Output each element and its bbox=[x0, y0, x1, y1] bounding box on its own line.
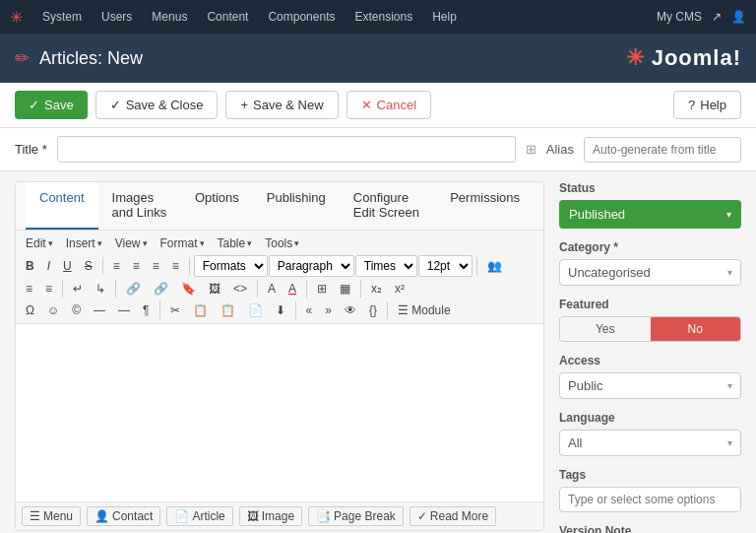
blockquote-end-button[interactable]: » bbox=[319, 300, 338, 320]
pagebreak-icon: 📑 bbox=[316, 509, 331, 523]
nav-menus[interactable]: Menus bbox=[144, 0, 195, 33]
save-close-button[interactable]: ✓ Save & Close bbox=[95, 91, 219, 119]
indent-button[interactable]: ↳ bbox=[90, 279, 111, 299]
nav-extensions[interactable]: Extensions bbox=[346, 0, 420, 33]
table-props-button[interactable]: ▦ bbox=[334, 279, 356, 299]
tab-options[interactable]: Options bbox=[181, 182, 253, 230]
align-center-button[interactable]: ≡ bbox=[127, 256, 146, 276]
font-select[interactable]: Times bbox=[355, 255, 417, 277]
image-button[interactable]: 🖼 bbox=[203, 279, 226, 299]
tab-permissions[interactable]: Permissions bbox=[436, 182, 534, 230]
nav-users[interactable]: Users bbox=[94, 0, 140, 33]
tools-menu[interactable]: Tools bbox=[259, 233, 305, 253]
paste-text-button[interactable]: 📄 bbox=[242, 300, 269, 320]
tab-configure-edit[interactable]: Configure Edit Screen bbox=[340, 182, 436, 230]
source-button[interactable]: {} bbox=[363, 300, 383, 320]
insert-readmore-button[interactable]: ✓ Read More bbox=[410, 506, 496, 526]
save-new-button[interactable]: + Save & New bbox=[225, 91, 338, 119]
hr-button[interactable]: — bbox=[112, 300, 136, 320]
tab-content[interactable]: Content bbox=[26, 182, 98, 230]
find-replace-button[interactable]: 👥 bbox=[481, 256, 508, 276]
bullet-list-button[interactable]: ≡ bbox=[20, 279, 38, 299]
insert-article-button[interactable]: 📄 Article bbox=[166, 506, 232, 526]
title-input[interactable] bbox=[57, 136, 516, 163]
cut-button[interactable]: ✂ bbox=[164, 300, 186, 320]
nav-content[interactable]: Content bbox=[199, 0, 256, 33]
code-button[interactable]: <> bbox=[227, 279, 253, 299]
font-color-button[interactable]: A bbox=[262, 279, 282, 299]
category-select[interactable]: Uncategorised ▾ bbox=[559, 259, 741, 286]
anchor-button[interactable]: 🔖 bbox=[175, 279, 202, 299]
outdent-button[interactable]: ↵ bbox=[67, 279, 89, 299]
copyright-button[interactable]: © bbox=[66, 300, 87, 320]
paragraph-mark-button[interactable]: ¶ bbox=[137, 300, 155, 320]
status-select[interactable]: Published ▾ bbox=[559, 200, 741, 229]
em-dash-button[interactable]: — bbox=[88, 300, 111, 320]
underline-button[interactable]: U bbox=[57, 256, 78, 276]
paste-word-button[interactable]: ⬇ bbox=[270, 300, 291, 320]
insert-menu-button[interactable]: ☰ Menu bbox=[22, 506, 81, 526]
nav-help[interactable]: Help bbox=[424, 0, 465, 33]
insert-image-button[interactable]: 🖼 Image bbox=[239, 506, 302, 526]
featured-toggle: Yes No bbox=[559, 316, 741, 342]
editor-toolbar: Edit Insert View Format Table Tools B I … bbox=[16, 231, 543, 324]
editor-body[interactable] bbox=[16, 324, 543, 501]
insert-pagebreak-button[interactable]: 📑 Page Break bbox=[308, 506, 404, 526]
language-select[interactable]: All ▾ bbox=[559, 430, 741, 456]
title-label: Title * bbox=[15, 142, 47, 157]
editor-area: Content Images and Links Options Publish… bbox=[15, 181, 544, 531]
table-insert-button[interactable]: ⊞ bbox=[311, 279, 333, 299]
version-note-label: Version Note bbox=[559, 524, 741, 533]
link-button[interactable]: 🔗 bbox=[120, 279, 147, 299]
paragraph-select[interactable]: Paragraph bbox=[269, 255, 354, 277]
toolbar-sep-6 bbox=[257, 280, 258, 298]
size-select[interactable]: 12pt bbox=[418, 255, 472, 277]
align-right-button[interactable]: ≡ bbox=[147, 256, 165, 276]
subscript-button[interactable]: x₂ bbox=[365, 279, 388, 299]
format-menu[interactable]: Format bbox=[155, 233, 211, 253]
emoticons-button[interactable]: ☺ bbox=[41, 300, 65, 320]
table-menu[interactable]: Table bbox=[212, 233, 259, 253]
module-button[interactable]: ☰ Module bbox=[392, 300, 457, 320]
toolbar-sep-8 bbox=[360, 280, 361, 298]
cms-name[interactable]: My CMS bbox=[657, 10, 702, 24]
help-button[interactable]: ? Help bbox=[673, 91, 741, 119]
status-label: Status bbox=[559, 181, 741, 195]
special-chars-button[interactable]: Ω bbox=[20, 300, 40, 320]
tags-input[interactable] bbox=[559, 487, 741, 512]
nav-system[interactable]: System bbox=[34, 0, 90, 33]
strikethrough-button[interactable]: S bbox=[79, 256, 98, 276]
tab-publishing[interactable]: Publishing bbox=[253, 182, 340, 230]
numbered-list-button[interactable]: ≡ bbox=[39, 279, 58, 299]
toolbar-sep-9 bbox=[159, 301, 160, 319]
access-label: Access bbox=[559, 354, 741, 367]
cancel-button[interactable]: ✕ Cancel bbox=[346, 91, 431, 119]
user-icon[interactable]: 👤 bbox=[731, 10, 746, 24]
align-justify-button[interactable]: ≡ bbox=[166, 256, 185, 276]
preview-button[interactable]: 👁 bbox=[339, 300, 362, 320]
bold-button[interactable]: B bbox=[20, 256, 40, 276]
view-menu[interactable]: View bbox=[109, 233, 154, 253]
alias-input[interactable] bbox=[584, 137, 741, 163]
superscript-button[interactable]: x² bbox=[389, 279, 410, 299]
tab-images-links[interactable]: Images and Links bbox=[98, 182, 181, 230]
expand-icon[interactable]: ⊞ bbox=[526, 142, 536, 157]
bg-color-button[interactable]: A bbox=[283, 279, 302, 299]
italic-button[interactable]: I bbox=[41, 256, 56, 276]
insert-contact-button[interactable]: 👤 Contact bbox=[87, 506, 160, 526]
header-title-area: ✏ Articles: New bbox=[15, 47, 143, 69]
edit-menu[interactable]: Edit bbox=[20, 233, 59, 253]
nav-components[interactable]: Components bbox=[260, 0, 343, 33]
access-select[interactable]: Public ▾ bbox=[559, 372, 741, 399]
align-left-button[interactable]: ≡ bbox=[107, 256, 126, 276]
unlink-button[interactable]: 🔗 bbox=[148, 279, 174, 299]
featured-yes-button[interactable]: Yes bbox=[560, 317, 651, 341]
copy-button[interactable]: 📋 bbox=[187, 300, 214, 320]
insert-menu[interactable]: Insert bbox=[60, 233, 108, 253]
save-button[interactable]: ✓ Save bbox=[15, 91, 88, 119]
featured-no-button[interactable]: No bbox=[651, 317, 741, 341]
blockquote-button[interactable]: « bbox=[300, 300, 319, 320]
toolbar-sep-2 bbox=[189, 257, 190, 275]
formats-select[interactable]: Formats bbox=[194, 255, 268, 277]
paste-button[interactable]: 📋 bbox=[215, 300, 241, 320]
